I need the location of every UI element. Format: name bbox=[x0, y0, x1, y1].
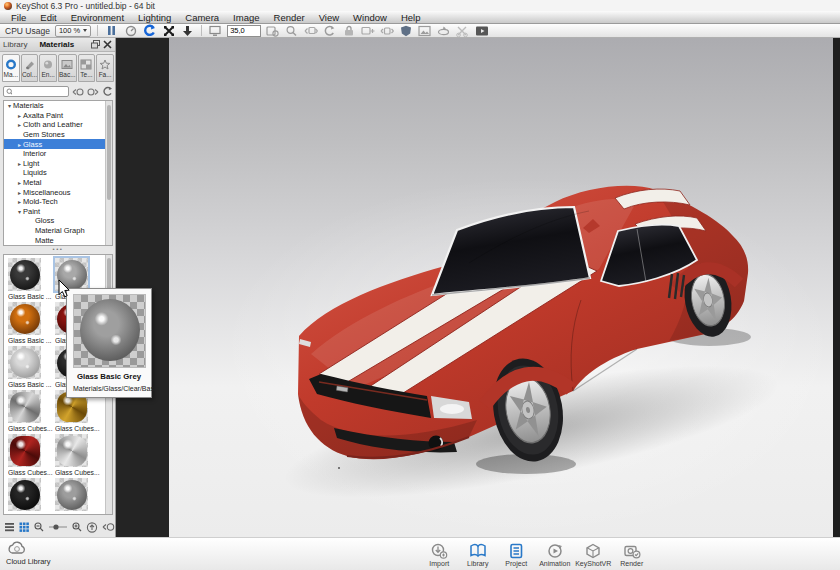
image-settings-button[interactable] bbox=[417, 24, 432, 37]
dock-keyshotvr[interactable]: KeyShotVR bbox=[574, 539, 613, 570]
tab-backplates[interactable]: Bac... bbox=[58, 54, 77, 82]
material-shield-button[interactable] bbox=[398, 24, 413, 37]
refresh-library-icon[interactable] bbox=[102, 86, 113, 97]
menu-environment[interactable]: Environment bbox=[64, 12, 131, 23]
screenshot-button[interactable] bbox=[180, 24, 195, 37]
menu-help[interactable]: Help bbox=[394, 12, 428, 23]
material-thumb-black[interactable] bbox=[6, 477, 53, 515]
render-region-button[interactable] bbox=[265, 24, 280, 37]
turntable-button[interactable] bbox=[436, 24, 451, 37]
tab-colors[interactable]: Col... bbox=[21, 54, 39, 82]
expand-icon[interactable]: ▸ bbox=[16, 141, 23, 148]
zoom-in-icon[interactable] bbox=[72, 522, 82, 532]
menu-view[interactable]: View bbox=[312, 12, 346, 23]
animation-icon bbox=[546, 543, 564, 559]
tree-item-interior[interactable]: Interior bbox=[4, 149, 112, 159]
tree-item-miscellaneous[interactable]: ▸Miscellaneous bbox=[4, 187, 112, 197]
tree-item-light[interactable]: ▸Light bbox=[4, 159, 112, 169]
lock-camera-button[interactable] bbox=[341, 24, 356, 37]
material-thumb-glass-cubes-white[interactable]: Glass Cubes... bbox=[53, 433, 100, 477]
cpu-usage-button[interactable]: CPU Usage bbox=[5, 26, 50, 36]
previous-view-button[interactable] bbox=[303, 24, 318, 37]
tab-environments[interactable]: En... bbox=[39, 54, 57, 82]
fullscreen-button[interactable] bbox=[161, 24, 176, 37]
pause-icon bbox=[107, 25, 116, 36]
tree-item-glass[interactable]: ▸Glass bbox=[4, 139, 112, 149]
expand-icon[interactable]: ▸ bbox=[16, 179, 23, 186]
tree-item-axalta-paint[interactable]: ▸Axalta Paint bbox=[4, 111, 112, 121]
tree-item-gloss[interactable]: Gloss bbox=[4, 216, 112, 226]
realtime-refresh-button[interactable] bbox=[142, 24, 157, 37]
menu-edit[interactable]: Edit bbox=[33, 12, 63, 23]
dock-animation[interactable]: Animation bbox=[536, 539, 575, 570]
upload-material-icon[interactable] bbox=[86, 522, 98, 533]
import-material-icon[interactable] bbox=[87, 87, 99, 97]
material-thumb-glass-cubes-clear[interactable]: Glass Cubes... bbox=[6, 389, 53, 433]
material-thumb-glass-basic-black[interactable]: Glass Basic ... bbox=[6, 257, 53, 301]
tree-item-paint[interactable]: ▾Paint bbox=[4, 207, 112, 217]
expand-icon[interactable]: ▸ bbox=[16, 112, 23, 119]
tab-textures[interactable]: Te... bbox=[78, 54, 96, 82]
list-view-icon[interactable] bbox=[4, 522, 15, 532]
close-icon[interactable] bbox=[103, 40, 112, 49]
presentation-icon bbox=[475, 25, 489, 37]
add-material-icon[interactable] bbox=[72, 87, 84, 97]
cpu-percent-dropdown[interactable]: 100 % bbox=[55, 25, 91, 37]
zoom-tool-button[interactable] bbox=[284, 24, 299, 37]
expand-icon[interactable]: ▸ bbox=[16, 198, 23, 205]
menu-image[interactable]: Image bbox=[226, 12, 266, 23]
tree-item-matte[interactable]: Matte bbox=[4, 235, 112, 245]
shield-icon bbox=[400, 25, 412, 37]
tree-item-mold-tech[interactable]: ▸Mold-Tech bbox=[4, 197, 112, 207]
material-thumb-glass-cubes-red[interactable]: Glass Cubes... bbox=[6, 433, 53, 477]
grid-view-icon[interactable] bbox=[19, 522, 30, 532]
expand-icon[interactable]: ▾ bbox=[16, 208, 23, 215]
performance-mode-button[interactable] bbox=[123, 24, 138, 37]
menu-file[interactable]: File bbox=[4, 12, 33, 23]
tree-item-material-graph[interactable]: Material Graph bbox=[4, 226, 112, 236]
panel-splitter[interactable]: ••• bbox=[0, 247, 116, 253]
add-camera-button[interactable] bbox=[360, 24, 375, 37]
cloud-library-button[interactable]: Cloud Library bbox=[6, 540, 60, 570]
float-panel-icon[interactable] bbox=[91, 40, 100, 49]
tree-item-metal[interactable]: ▸Metal bbox=[4, 178, 112, 188]
menu-lighting[interactable]: Lighting bbox=[131, 12, 178, 23]
material-thumb-grey[interactable] bbox=[53, 477, 100, 515]
tree-scrollbar[interactable] bbox=[105, 101, 112, 245]
panel-title[interactable]: Materials bbox=[39, 40, 91, 49]
focal-length-input[interactable] bbox=[227, 25, 261, 37]
dock-library[interactable]: Library bbox=[459, 539, 498, 570]
expand-icon[interactable]: ▸ bbox=[16, 160, 23, 167]
expand-icon[interactable]: ▸ bbox=[16, 189, 23, 196]
tree-item-materials[interactable]: ▾Materials bbox=[4, 101, 112, 111]
realtime-viewport[interactable] bbox=[169, 38, 833, 537]
material-thumb-glass-basic-orange[interactable]: Glass Basic ... bbox=[6, 301, 53, 345]
thumbnail-size-slider[interactable] bbox=[48, 522, 68, 532]
menu-window[interactable]: Window bbox=[346, 12, 394, 23]
reset-camera-button[interactable] bbox=[322, 24, 337, 37]
import-icon bbox=[430, 543, 448, 559]
import-to-scene-icon[interactable] bbox=[102, 522, 115, 532]
presentation-button[interactable] bbox=[474, 24, 489, 37]
tooltip-title: Glass Basic Grey bbox=[67, 372, 151, 381]
pause-button[interactable] bbox=[104, 24, 119, 37]
material-thumb-glass-basic-clear[interactable]: Glass Basic ... bbox=[6, 345, 53, 389]
tree-item-cloth-and-leather[interactable]: ▸Cloth and Leather bbox=[4, 120, 112, 130]
dock-project[interactable]: Project bbox=[497, 539, 536, 570]
dock-render[interactable]: Render bbox=[613, 539, 652, 570]
expand-icon[interactable]: ▸ bbox=[16, 121, 23, 128]
search-box[interactable] bbox=[3, 86, 69, 97]
camera-views-button[interactable] bbox=[379, 24, 394, 37]
expand-icon[interactable]: ▾ bbox=[6, 102, 13, 109]
monitor-button[interactable] bbox=[208, 24, 223, 37]
menu-camera[interactable]: Camera bbox=[178, 12, 226, 23]
tree-item-gem-stones[interactable]: Gem Stones bbox=[4, 130, 112, 140]
tab-favorites[interactable]: Fa... bbox=[96, 54, 114, 82]
tab-materials[interactable]: Ma... bbox=[2, 54, 20, 82]
search-input[interactable] bbox=[14, 87, 66, 96]
dock-import[interactable]: Import bbox=[420, 539, 459, 570]
cut-tool-button[interactable] bbox=[455, 24, 470, 37]
tree-item-liquids[interactable]: Liquids bbox=[4, 168, 112, 178]
zoom-out-icon[interactable] bbox=[34, 522, 44, 532]
menu-render[interactable]: Render bbox=[267, 12, 312, 23]
